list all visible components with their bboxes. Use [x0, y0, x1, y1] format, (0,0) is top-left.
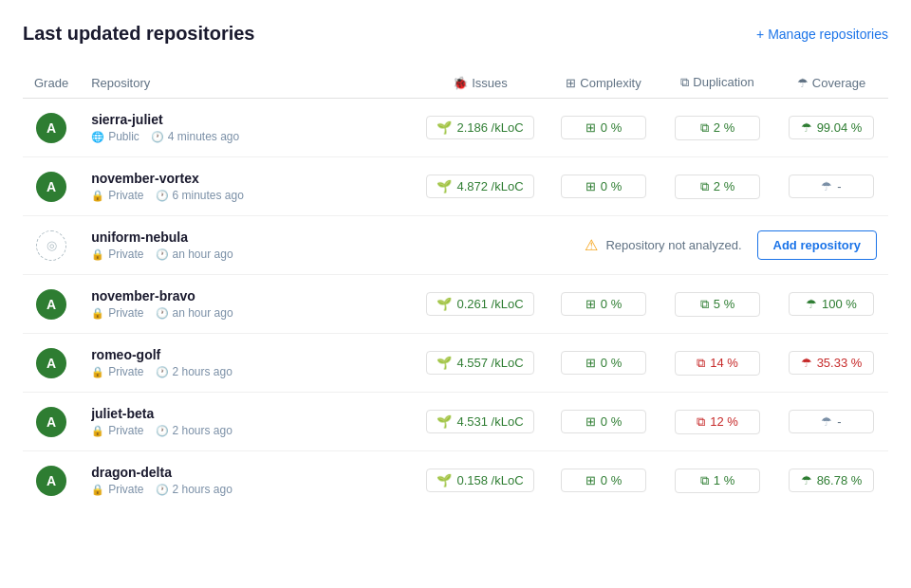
- repo-time: 🕐 6 minutes ago: [156, 189, 244, 202]
- repo-visibility: 🔒 Private: [91, 483, 143, 496]
- clock-icon: 🕐: [156, 484, 169, 496]
- grade-cell: A: [23, 451, 80, 510]
- coverage-header-icon: ☂: [797, 76, 809, 90]
- repo-visibility: 🔒 Private: [91, 189, 143, 202]
- visibility-icon: 🔒: [91, 366, 104, 378]
- page-title: Last updated repositories: [23, 23, 255, 45]
- repo-time: 🕐 4 minutes ago: [151, 130, 239, 143]
- repo-time: 🕐 an hour ago: [156, 306, 233, 320]
- repo-name[interactable]: uniform-nebula: [91, 230, 402, 245]
- clock-icon: 🕐: [156, 307, 169, 320]
- complexity-metric: ⊞0 %: [561, 292, 646, 316]
- repo-meta: 🔒 Private 🕐 an hour ago: [91, 248, 402, 261]
- coverage-cell: ☂-: [774, 393, 888, 451]
- issues-cell: 🌱4.557 /kLoC: [414, 334, 547, 393]
- duplication-icon: ⧉: [700, 179, 709, 194]
- issues-cell: 🌱4.531 /kLoC: [414, 393, 547, 451]
- not-analyzed-text: Repository not analyzed.: [605, 238, 741, 252]
- coverage-icon: ☂: [821, 414, 832, 429]
- col-header-grade: Grade: [23, 67, 80, 99]
- complexity-metric: ⊞0 %: [561, 469, 646, 492]
- coverage-cell: ☂86.78 %: [774, 451, 888, 510]
- not-analyzed-message: ⚠ Repository not analyzed.: [585, 236, 741, 254]
- avatar: A: [36, 289, 66, 320]
- repo-cell: sierra-juliet 🌐 Public 🕐 4 minutes ago: [80, 99, 414, 157]
- complexity-icon: ⊞: [586, 120, 596, 135]
- visibility-icon: 🔒: [91, 248, 104, 261]
- repo-name[interactable]: romeo-golf: [91, 347, 402, 362]
- grade-cell: ◎: [23, 216, 80, 275]
- coverage-cell: ☂100 %: [774, 275, 888, 334]
- coverage-icon: ☂: [801, 356, 812, 370]
- coverage-icon: ☂: [801, 473, 812, 487]
- repo-cell: romeo-golf 🔒 Private 🕐 2 hours ago: [80, 334, 414, 393]
- repo-meta: 🔒 Private 🕐 2 hours ago: [91, 424, 402, 437]
- complexity-metric: ⊞0 %: [561, 351, 646, 375]
- repo-name[interactable]: juliet-beta: [91, 406, 402, 421]
- complexity-cell: ⊞0 %: [547, 157, 660, 216]
- repo-visibility: 🌐 Public: [91, 130, 139, 143]
- complexity-icon: ⊞: [586, 179, 596, 193]
- complexity-cell: ⊞0 %: [547, 393, 660, 451]
- repo-cell: juliet-beta 🔒 Private 🕐 2 hours ago: [80, 393, 414, 451]
- grade-cell: A: [23, 275, 80, 334]
- coverage-metric: ☂100 %: [789, 292, 874, 316]
- manage-repositories-link[interactable]: + Manage repositories: [756, 27, 888, 42]
- duplication-icon: ⧉: [700, 473, 709, 488]
- repo-meta: 🔒 Private 🕐 2 hours ago: [91, 365, 402, 378]
- repo-meta: 🔒 Private 🕐 6 minutes ago: [91, 189, 402, 202]
- visibility-label: Private: [108, 365, 143, 378]
- repo-visibility: 🔒 Private: [91, 424, 143, 437]
- avatar: A: [36, 113, 66, 143]
- complexity-icon: ⊞: [586, 356, 596, 370]
- time-label: 2 hours ago: [173, 424, 232, 437]
- complexity-metric: ⊞0 %: [561, 175, 646, 198]
- duplication-metric: ⧉5 %: [675, 292, 760, 317]
- table-body: A sierra-juliet 🌐 Public 🕐 4 minutes ago…: [23, 99, 888, 510]
- duplication-icon: ⧉: [697, 414, 705, 430]
- bug-icon: 🌱: [437, 356, 452, 370]
- visibility-icon: 🔒: [91, 425, 104, 437]
- repo-name[interactable]: sierra-juliet: [91, 112, 402, 127]
- duplication-cell: ⧉12 %: [660, 393, 774, 451]
- time-label: 2 hours ago: [173, 483, 232, 496]
- add-repository-button[interactable]: Add repository: [757, 230, 877, 260]
- visibility-label: Private: [108, 248, 143, 261]
- avatar-empty: ◎: [36, 230, 66, 261]
- grade-cell: A: [23, 334, 80, 393]
- table-row: ◎ uniform-nebula 🔒 Private 🕐 an hour ago…: [23, 216, 888, 275]
- col-header-duplication: ⧉Duplication: [660, 67, 774, 99]
- duplication-cell: ⧉2 %: [660, 99, 774, 157]
- not-analyzed-container: ⚠ Repository not analyzed. Add repositor…: [425, 230, 877, 260]
- complexity-metric: ⊞0 %: [561, 410, 646, 433]
- repo-cell: november-vortex 🔒 Private 🕐 6 minutes ag…: [80, 157, 414, 216]
- repo-name[interactable]: dragon-delta: [91, 465, 402, 480]
- table-row: A november-bravo 🔒 Private 🕐 an hour ago…: [23, 275, 888, 334]
- repo-meta: 🔒 Private 🕐 2 hours ago: [91, 483, 402, 496]
- coverage-cell: ☂-: [774, 157, 888, 216]
- duplication-header-icon: ⧉: [680, 75, 689, 89]
- table-header: Grade Repository 🐞Issues ⊞Complexity ⧉Du…: [23, 67, 888, 99]
- coverage-cell: ☂35.33 %: [774, 334, 888, 393]
- duplication-metric: ⧉2 %: [675, 175, 760, 199]
- issues-cell: 🌱4.872 /kLoC: [414, 157, 547, 216]
- visibility-label: Public: [108, 130, 139, 143]
- time-label: an hour ago: [173, 248, 233, 261]
- coverage-metric: ☂35.33 %: [789, 351, 874, 375]
- repo-name[interactable]: november-vortex: [91, 171, 402, 186]
- not-analyzed-cell: ⚠ Repository not analyzed. Add repositor…: [414, 216, 888, 275]
- avatar: A: [36, 407, 66, 437]
- complexity-icon: ⊞: [586, 473, 596, 487]
- repo-time: 🕐 2 hours ago: [156, 483, 232, 496]
- duplication-icon: ⧉: [697, 356, 705, 371]
- issues-metric: 🌱2.186 /kLoC: [426, 116, 533, 139]
- repo-cell: november-bravo 🔒 Private 🕐 an hour ago: [80, 275, 414, 334]
- visibility-icon: 🔒: [91, 484, 104, 496]
- clock-icon: 🕐: [156, 248, 169, 261]
- visibility-label: Private: [108, 483, 143, 496]
- grade-cell: A: [23, 393, 80, 451]
- duplication-cell: ⧉2 %: [660, 157, 774, 216]
- repositories-table: Grade Repository 🐞Issues ⊞Complexity ⧉Du…: [23, 67, 888, 509]
- repo-name[interactable]: november-bravo: [91, 288, 402, 303]
- complexity-cell: ⊞0 %: [547, 275, 660, 334]
